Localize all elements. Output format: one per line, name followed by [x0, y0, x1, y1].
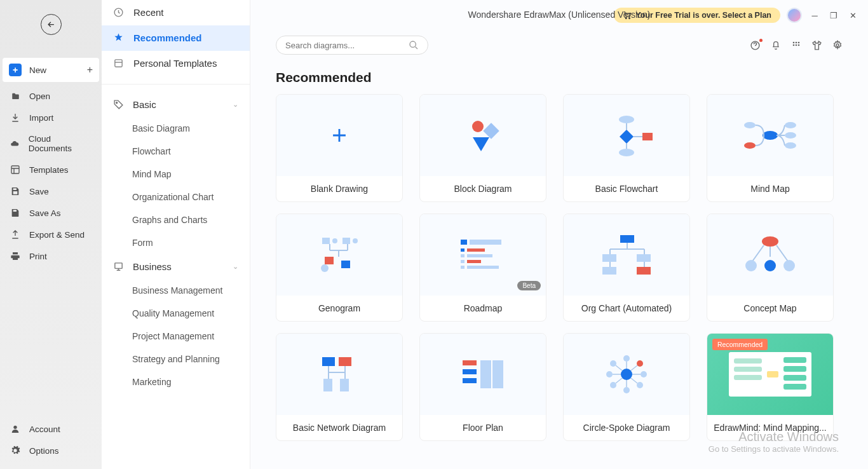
svg-line-96: [631, 365, 637, 370]
gear-icon[interactable]: [832, 40, 843, 50]
svg-point-87: [623, 355, 630, 362]
minimize-button[interactable]: ─: [808, 9, 821, 22]
template-card[interactable]: RecommendedEdrawMind: Mind Mapping...: [707, 333, 834, 441]
title-bar: Wondershare EdrawMax (Unlicensed Version…: [250, 0, 868, 31]
template-preview: [420, 95, 546, 176]
template-preview: [707, 214, 833, 296]
category-sub-item[interactable]: Basic Diagram: [102, 117, 250, 140]
back-button[interactable]: [41, 14, 62, 35]
menu-open[interactable]: Open: [0, 86, 102, 107]
template-card[interactable]: Block Diagram: [419, 94, 546, 202]
help-icon[interactable]: [750, 40, 761, 51]
search-box[interactable]: [276, 36, 428, 55]
category-panel: Recent Recommended Personal Templates Ba…: [102, 0, 250, 469]
menu-label: Print: [29, 252, 47, 261]
menu-import[interactable]: Import: [0, 107, 102, 128]
template-label: Block Diagram: [420, 176, 546, 201]
svg-rect-45: [470, 240, 501, 245]
category-sub-item[interactable]: Business Management: [102, 279, 250, 302]
template-label: Basic Network Diagram: [276, 415, 402, 440]
category-sub-item[interactable]: Flowchart: [102, 140, 250, 163]
svg-rect-43: [341, 261, 350, 268]
template-preview: [276, 214, 402, 296]
print-icon: [9, 251, 22, 261]
template-card[interactable]: Genogram: [276, 214, 403, 322]
star-icon: [113, 32, 125, 43]
category-sub-item[interactable]: Graphs and Charts: [102, 208, 250, 231]
template-card[interactable]: Blank Drawing: [276, 94, 403, 202]
template-card[interactable]: Org Chart (Automated): [563, 214, 690, 322]
template-card[interactable]: Floor Plan: [419, 333, 546, 441]
svg-point-17: [472, 121, 484, 132]
svg-point-32: [785, 142, 796, 149]
svg-rect-47: [467, 248, 485, 252]
tab-recommended[interactable]: Recommended: [102, 25, 250, 51]
menu-export[interactable]: Export & Send: [0, 224, 102, 245]
menu-label: Export & Send: [29, 230, 85, 240]
grid-icon[interactable]: [791, 40, 801, 50]
shirt-icon[interactable]: [811, 40, 822, 51]
template-label: Genogram: [276, 296, 402, 321]
category-label: Basic: [133, 99, 156, 110]
menu-print[interactable]: Print: [0, 245, 102, 267]
svg-point-8: [410, 41, 416, 47]
svg-point-36: [353, 238, 358, 243]
template-card[interactable]: Mind Map: [707, 94, 834, 202]
menu-save-as[interactable]: Save As: [0, 202, 102, 224]
menu-options[interactable]: Options: [0, 440, 102, 461]
template-card[interactable]: Concept Map: [707, 214, 834, 322]
bell-icon[interactable]: [771, 40, 781, 50]
category-basic[interactable]: Basic ⌄: [102, 92, 250, 117]
tab-label: Recent: [133, 7, 164, 18]
category-sub-item[interactable]: Quality Management: [102, 302, 250, 325]
template-preview: [276, 95, 402, 176]
category-sub-item[interactable]: Form: [102, 231, 250, 254]
category-sub-item[interactable]: Project Management: [102, 325, 250, 348]
menu-account[interactable]: Account: [0, 418, 102, 440]
category-sub-item[interactable]: Mind Map: [102, 163, 250, 186]
maximize-button[interactable]: ❐: [827, 9, 840, 22]
svg-rect-48: [461, 254, 465, 257]
trial-text: Your Free Trial is over. Select a Plan: [635, 11, 771, 20]
menu-label: Account: [29, 425, 60, 434]
svg-rect-81: [463, 360, 477, 365]
category-sub-item[interactable]: Strategy and Planning: [102, 348, 250, 370]
plus-icon: +: [9, 64, 22, 76]
tab-recent[interactable]: Recent: [102, 0, 250, 25]
category-sub-item[interactable]: Organizational Chart: [102, 186, 250, 208]
search-input[interactable]: [285, 41, 409, 50]
menu-save[interactable]: Save: [0, 180, 102, 202]
category-business[interactable]: Business ⌄: [102, 254, 250, 279]
template-preview: Recommended: [707, 334, 833, 415]
app-title: Wondershare EdrawMax (Unlicensed Version…: [468, 10, 651, 20]
svg-rect-54: [620, 235, 634, 243]
chevron-down-icon: ⌄: [233, 262, 238, 271]
svg-rect-18: [483, 123, 499, 139]
user-avatar[interactable]: [787, 8, 802, 23]
template-label: EdrawMind: Mind Mapping...: [707, 415, 833, 440]
svg-point-11: [796, 42, 797, 44]
svg-point-14: [796, 44, 797, 46]
svg-rect-41: [325, 257, 334, 264]
template-card[interactable]: Basic Network Diagram: [276, 333, 403, 441]
svg-point-20: [619, 116, 634, 123]
svg-rect-109: [783, 366, 806, 372]
svg-point-90: [637, 382, 643, 388]
svg-point-13: [793, 44, 795, 46]
template-card[interactable]: Circle-Spoke Diagram: [563, 333, 690, 441]
menu-label: Save: [29, 187, 49, 196]
template-label: Basic Flowchart: [564, 176, 689, 201]
template-card[interactable]: Basic Flowchart: [563, 94, 690, 202]
template-card[interactable]: BetaRoadmap: [419, 214, 546, 322]
section-title: Recommended: [250, 55, 868, 94]
menu-new[interactable]: + New +: [3, 58, 99, 82]
main-content: Wondershare EdrawMax (Unlicensed Version…: [250, 0, 868, 469]
svg-rect-106: [734, 375, 762, 380]
tab-personal[interactable]: Personal Templates: [102, 51, 250, 76]
menu-templates[interactable]: Templates: [0, 159, 102, 180]
close-button[interactable]: ✕: [846, 9, 859, 22]
template-label: Org Chart (Automated): [564, 296, 689, 321]
template-preview: Beta: [420, 214, 546, 296]
category-sub-item[interactable]: Marketing: [102, 370, 250, 393]
menu-cloud[interactable]: Cloud Documents: [0, 128, 102, 159]
